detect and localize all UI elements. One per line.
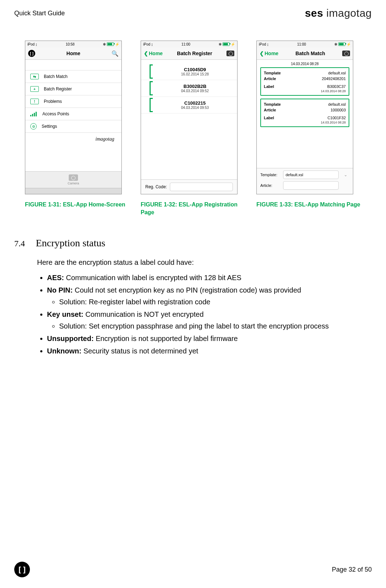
- k-label: Label: [264, 84, 274, 89]
- figure-caption-1: FIGURE 1-31: ESL-App Home-Screen: [25, 201, 132, 209]
- status-keyunset: Key unset: Communication is NOT yet encr…: [47, 309, 372, 331]
- page-number: Page 32 of 50: [332, 566, 372, 573]
- nav-title: Batch Register: [177, 51, 212, 56]
- template-input[interactable]: [283, 170, 339, 179]
- match-top-date: 14.03.2014 08:28: [260, 62, 349, 66]
- status-unknown: Unknown: Security status is not determin…: [47, 346, 372, 356]
- k-template: Template: [264, 71, 281, 75]
- camera-icon[interactable]: [226, 51, 234, 56]
- reg-date: 16.02.2014 15:28: [181, 72, 209, 76]
- reg-code: C1002215: [184, 100, 206, 106]
- home-indicator: [25, 188, 121, 194]
- plus-icon: +: [30, 86, 39, 92]
- battery-icon: ✻⚡: [219, 42, 235, 46]
- back-button[interactable]: ❮Home: [144, 51, 163, 56]
- menu-item-access-points[interactable]: Access Points: [25, 107, 121, 120]
- reg-list-item[interactable]: B3002B2B04.03.2014 09:52: [141, 80, 237, 97]
- status-nopin: No PIN: Could not set encryption key as …: [47, 285, 372, 307]
- reg-code: C10045D9: [184, 67, 206, 72]
- logo-imagotag: imagotag: [323, 7, 372, 19]
- back-button[interactable]: ❮Home: [260, 51, 278, 56]
- search-icon[interactable]: 🔍: [111, 50, 119, 57]
- section-title: Encryption status: [36, 237, 105, 248]
- camera-icon: [69, 174, 78, 181]
- reg-date: 04.03.2014 09:53: [181, 106, 209, 110]
- status-time: 11:00: [181, 42, 190, 46]
- v-date: 14.03.2014 08:28: [264, 121, 346, 124]
- chevron-down-icon[interactable]: ⌄: [341, 173, 349, 177]
- footer-logo-icon: []: [14, 562, 30, 577]
- chevron-left-icon: ❮: [260, 51, 264, 56]
- v-date: 14.03.2014 08:28: [264, 89, 346, 93]
- esl-app-home-screenshot: iPod ↨ 10:58 ✻⚡ [] Home 🔍 ⇆Batch Match +…: [25, 41, 122, 194]
- article-label: Article:: [260, 183, 280, 188]
- status-carrier: iPod ↨: [259, 42, 269, 46]
- brand-logo: ses imagotag: [305, 7, 372, 19]
- figure-caption-3: FIGURE 1-33: ESL-App Matching Page: [256, 201, 363, 209]
- menu-item-problems[interactable]: !Problems: [25, 95, 121, 108]
- camera-tab[interactable]: Camera: [25, 171, 121, 188]
- menu-label: Problems: [44, 99, 62, 104]
- v-article: 1000003: [330, 108, 346, 112]
- v-label: C1001F32: [328, 116, 346, 120]
- section-number: 7.4: [14, 239, 34, 248]
- match-block[interactable]: Templatedefault.xsl Article1000003 Label…: [260, 99, 349, 127]
- status-carrier: iPod ↨: [143, 42, 153, 46]
- brand-row: imagotag: [25, 133, 121, 146]
- camera-icon[interactable]: [342, 51, 350, 56]
- esl-app-matching-screenshot: iPod ↨ 11:00 ✻⚡ ❮Home Batch Match 14.03.…: [256, 41, 353, 194]
- section-intro: Here are the encryption status a label c…: [37, 257, 372, 268]
- figure-caption-2: FIGURE 1-32: ESL-App Registration Page: [141, 201, 247, 216]
- k-article: Article: [264, 108, 276, 112]
- menu-item-settings[interactable]: ⚙Settings: [25, 120, 121, 133]
- status-aes: AES: Communication with label is encrypt…: [47, 273, 372, 283]
- bracket-icon: [150, 64, 153, 79]
- wifi-icon: ↨: [36, 42, 37, 46]
- battery-icon: ✻⚡: [103, 42, 119, 46]
- app-logo-icon: []: [28, 50, 35, 57]
- chevron-left-icon: ❮: [144, 51, 148, 56]
- logo-ses: ses: [305, 7, 323, 19]
- regcode-label: Reg. Code:: [145, 184, 167, 189]
- menu-item-batch-register[interactable]: +Batch Register: [25, 83, 121, 95]
- gear-icon: ⚙: [30, 123, 37, 130]
- nav-title: Batch Match: [296, 51, 325, 56]
- status-keyunset-solution: Solution: Set encryption passphrase and …: [59, 321, 372, 331]
- article-input[interactable]: [283, 181, 339, 190]
- alert-icon: !: [30, 99, 39, 104]
- reg-date: 04.03.2014 09:52: [181, 89, 209, 93]
- menu-item-batch-match[interactable]: ⇆Batch Match: [25, 70, 121, 83]
- nav-title: Home: [67, 51, 80, 56]
- menu-label: Batch Match: [44, 74, 68, 79]
- k-label: Label: [264, 116, 274, 120]
- v-template: default.xsl: [328, 102, 346, 106]
- bracket-icon: [150, 81, 153, 95]
- status-carrier: iPod ↨: [27, 42, 37, 46]
- v-template: default.xsl: [328, 71, 346, 75]
- reg-code: B3002B2B: [183, 84, 206, 89]
- match-block[interactable]: Templatedefault.xsl Article20492408201 L…: [260, 67, 349, 96]
- battery-icon: ✻⚡: [334, 42, 351, 46]
- camera-label: Camera: [68, 182, 79, 185]
- regcode-input[interactable]: [170, 183, 233, 191]
- bracket-icon: [150, 98, 153, 112]
- menu-label: Access Points: [42, 111, 69, 116]
- v-article: 20492408201: [322, 77, 346, 81]
- status-time: 10:58: [66, 42, 74, 46]
- reg-list-item[interactable]: C100221504.03.2014 09:53: [141, 97, 237, 114]
- doc-title: Quick Start Guide: [14, 10, 65, 17]
- k-template: Template: [264, 102, 281, 106]
- status-time: 11:00: [297, 42, 306, 46]
- v-label: B3003C37: [327, 84, 346, 89]
- esl-app-registration-screenshot: iPod ↨ 11:00 ✻⚡ ❮Home Batch Register C10…: [141, 41, 238, 194]
- link-icon: ⇆: [30, 74, 39, 79]
- signal-icon: [30, 111, 37, 116]
- status-list: AES: Communication with label is encrypt…: [37, 273, 372, 356]
- menu-label: Batch Register: [44, 86, 72, 91]
- menu-label: Settings: [42, 124, 57, 129]
- k-article: Article: [264, 77, 276, 81]
- reg-list-item[interactable]: C10045D916.02.2014 15:28: [141, 63, 237, 80]
- status-unsupported: Unsupported: Encryption is not supported…: [47, 334, 372, 344]
- template-label: Template:: [260, 173, 280, 177]
- status-nopin-solution: Solution: Re-register label with registr…: [59, 297, 372, 307]
